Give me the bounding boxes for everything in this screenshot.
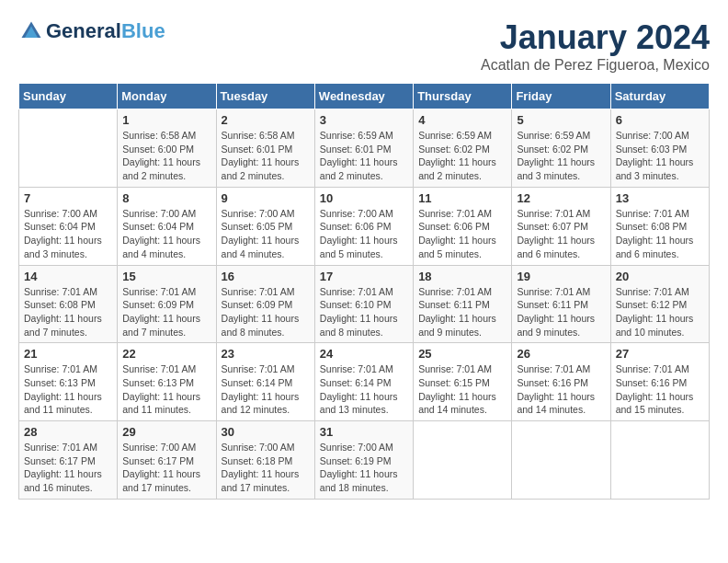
day-info: Sunrise: 7:01 AMSunset: 6:11 PMDaylight:… [418,285,506,339]
day-info: Sunrise: 7:01 AMSunset: 6:06 PMDaylight:… [418,207,506,261]
calendar-cell: 7Sunrise: 7:00 AMSunset: 6:04 PMDaylight… [19,187,118,265]
month-title: January 2024 [481,18,710,57]
calendar-cell: 22Sunrise: 7:01 AMSunset: 6:13 PMDayligh… [118,343,216,421]
calendar-cell: 25Sunrise: 7:01 AMSunset: 6:15 PMDayligh… [414,343,512,421]
page-header: GeneralBlue January 2024 Acatlan de Pere… [18,18,710,74]
title-area: January 2024 Acatlan de Perez Figueroa, … [481,18,710,74]
calendar-cell: 13Sunrise: 7:01 AMSunset: 6:08 PMDayligh… [610,187,709,265]
day-info: Sunrise: 7:01 AMSunset: 6:07 PMDaylight:… [517,207,605,261]
day-info: Sunrise: 7:00 AMSunset: 6:18 PMDaylight:… [222,441,310,495]
day-number: 20 [616,270,704,283]
calendar-cell: 30Sunrise: 7:00 AMSunset: 6:18 PMDayligh… [216,421,314,500]
day-info: Sunrise: 7:01 AMSunset: 6:17 PMDaylight:… [24,441,112,495]
day-number: 8 [122,191,210,205]
calendar-week-row: 1Sunrise: 6:58 AMSunset: 6:00 PMDaylight… [19,109,710,188]
day-info: Sunrise: 7:01 AMSunset: 6:11 PMDaylight:… [517,285,605,339]
calendar-cell: 24Sunrise: 7:01 AMSunset: 6:14 PMDayligh… [314,343,413,421]
day-info: Sunrise: 7:00 AMSunset: 6:06 PMDaylight:… [320,207,408,261]
day-info: Sunrise: 6:58 AMSunset: 6:00 PMDaylight:… [122,129,210,183]
day-info: Sunrise: 7:01 AMSunset: 6:09 PMDaylight:… [222,285,310,339]
day-info: Sunrise: 7:00 AMSunset: 6:04 PMDaylight:… [122,207,210,261]
calendar-cell: 10Sunrise: 7:00 AMSunset: 6:06 PMDayligh… [314,187,413,265]
calendar-cell: 27Sunrise: 7:01 AMSunset: 6:16 PMDayligh… [610,343,709,421]
calendar-cell: 28Sunrise: 7:01 AMSunset: 6:17 PMDayligh… [19,421,118,500]
day-number: 13 [616,191,704,205]
weekday-header-saturday: Saturday [610,84,709,109]
calendar-table: SundayMondayTuesdayWednesdayThursdayFrid… [18,83,710,500]
day-info: Sunrise: 7:01 AMSunset: 6:16 PMDaylight:… [616,362,704,417]
calendar-cell: 11Sunrise: 7:01 AMSunset: 6:06 PMDayligh… [414,187,512,265]
logo-text: GeneralBlue [46,20,165,42]
calendar-cell: 15Sunrise: 7:01 AMSunset: 6:09 PMDayligh… [118,265,216,343]
day-info: Sunrise: 6:58 AMSunset: 6:01 PMDaylight:… [222,129,310,183]
calendar-cell: 31Sunrise: 7:00 AMSunset: 6:19 PMDayligh… [314,421,413,500]
weekday-header-row: SundayMondayTuesdayWednesdayThursdayFrid… [19,84,710,109]
day-info: Sunrise: 6:59 AMSunset: 6:02 PMDaylight:… [418,129,506,183]
day-number: 3 [320,113,408,127]
day-number: 30 [222,425,310,439]
day-info: Sunrise: 6:59 AMSunset: 6:01 PMDaylight:… [320,129,408,183]
day-number: 14 [24,270,112,283]
day-info: Sunrise: 7:01 AMSunset: 6:13 PMDaylight:… [122,362,210,417]
day-number: 26 [517,347,605,361]
day-info: Sunrise: 7:01 AMSunset: 6:09 PMDaylight:… [122,285,210,339]
day-info: Sunrise: 7:00 AMSunset: 6:04 PMDaylight:… [24,207,112,261]
day-info: Sunrise: 7:01 AMSunset: 6:08 PMDaylight:… [616,207,704,261]
day-number: 11 [418,191,506,205]
day-number: 24 [320,347,408,361]
weekday-header-monday: Monday [118,84,216,109]
day-number: 25 [418,347,506,361]
day-number: 1 [122,113,210,127]
day-number: 21 [24,347,112,361]
calendar-cell: 23Sunrise: 7:01 AMSunset: 6:14 PMDayligh… [216,343,314,421]
day-number: 4 [418,113,506,127]
day-info: Sunrise: 7:01 AMSunset: 6:14 PMDaylight:… [320,362,408,417]
weekday-header-wednesday: Wednesday [314,84,413,109]
day-info: Sunrise: 7:01 AMSunset: 6:16 PMDaylight:… [517,362,605,417]
day-info: Sunrise: 6:59 AMSunset: 6:02 PMDaylight:… [517,129,605,183]
calendar-cell: 17Sunrise: 7:01 AMSunset: 6:10 PMDayligh… [314,265,413,343]
day-number: 19 [517,270,605,283]
day-number: 6 [616,113,704,127]
calendar-cell [610,421,709,500]
logo-icon [18,18,44,44]
day-number: 10 [320,191,408,205]
calendar-cell: 29Sunrise: 7:00 AMSunset: 6:17 PMDayligh… [118,421,216,500]
day-info: Sunrise: 7:01 AMSunset: 6:08 PMDaylight:… [24,285,112,339]
day-info: Sunrise: 7:01 AMSunset: 6:10 PMDaylight:… [320,285,408,339]
day-number: 16 [222,270,310,283]
day-number: 18 [418,270,506,283]
calendar-cell [512,421,610,500]
calendar-cell [414,421,512,500]
day-info: Sunrise: 7:00 AMSunset: 6:17 PMDaylight:… [122,441,210,495]
calendar-cell: 9Sunrise: 7:00 AMSunset: 6:05 PMDaylight… [216,187,314,265]
day-number: 31 [320,425,408,439]
calendar-cell: 20Sunrise: 7:01 AMSunset: 6:12 PMDayligh… [610,265,709,343]
day-info: Sunrise: 7:00 AMSunset: 6:03 PMDaylight:… [616,129,704,183]
calendar-cell: 8Sunrise: 7:00 AMSunset: 6:04 PMDaylight… [118,187,216,265]
day-number: 9 [222,191,310,205]
day-info: Sunrise: 7:01 AMSunset: 6:15 PMDaylight:… [418,362,506,417]
day-number: 27 [616,347,704,361]
day-info: Sunrise: 7:01 AMSunset: 6:12 PMDaylight:… [616,285,704,339]
day-number: 5 [517,113,605,127]
day-number: 22 [122,347,210,361]
calendar-week-row: 21Sunrise: 7:01 AMSunset: 6:13 PMDayligh… [19,343,710,421]
day-info: Sunrise: 7:00 AMSunset: 6:19 PMDaylight:… [320,441,408,495]
calendar-cell: 1Sunrise: 6:58 AMSunset: 6:00 PMDaylight… [118,109,216,188]
calendar-cell: 26Sunrise: 7:01 AMSunset: 6:16 PMDayligh… [512,343,610,421]
calendar-cell: 14Sunrise: 7:01 AMSunset: 6:08 PMDayligh… [19,265,118,343]
day-number: 23 [222,347,310,361]
calendar-cell: 21Sunrise: 7:01 AMSunset: 6:13 PMDayligh… [19,343,118,421]
weekday-header-thursday: Thursday [414,84,512,109]
location-title: Acatlan de Perez Figueroa, Mexico [481,57,710,74]
calendar-cell [19,109,118,188]
weekday-header-friday: Friday [512,84,610,109]
calendar-cell: 12Sunrise: 7:01 AMSunset: 6:07 PMDayligh… [512,187,610,265]
calendar-cell: 3Sunrise: 6:59 AMSunset: 6:01 PMDaylight… [314,109,413,188]
calendar-week-row: 7Sunrise: 7:00 AMSunset: 6:04 PMDaylight… [19,187,710,265]
calendar-cell: 18Sunrise: 7:01 AMSunset: 6:11 PMDayligh… [414,265,512,343]
day-number: 12 [517,191,605,205]
calendar-cell: 4Sunrise: 6:59 AMSunset: 6:02 PMDaylight… [414,109,512,188]
day-number: 7 [24,191,112,205]
